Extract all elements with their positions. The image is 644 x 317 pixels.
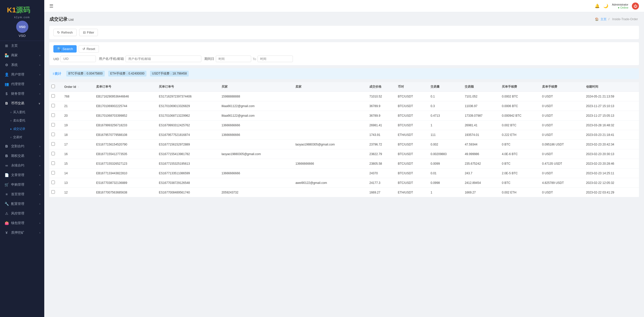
notification-bell-icon[interactable]: 🔔 xyxy=(595,4,600,8)
chevron-down-icon: ∨ xyxy=(38,102,40,105)
date-from-input[interactable] xyxy=(216,56,251,62)
sidebar-item-finance-mgmt[interactable]: $ 财务管理 › xyxy=(0,89,44,99)
row-checkbox[interactable] xyxy=(51,161,55,165)
sidebar-item-user-mgmt[interactable]: 👤 用户管理 › xyxy=(0,70,44,79)
cell-seller-fee: 0.095186 USDT xyxy=(540,140,584,149)
select-all-checkbox[interactable] xyxy=(51,85,55,88)
sidebar-item-label: 交易对 xyxy=(13,135,22,139)
sidebar-item-agent-mgmt[interactable]: 👥 代理管理 › xyxy=(0,79,44,89)
system-icon: ⚙ xyxy=(4,63,9,67)
cell-volume: 0.00209883 xyxy=(428,149,463,159)
reset-button[interactable]: ↺ Reset xyxy=(79,45,99,53)
cell-buyer: lliiaa661122@gmail.com xyxy=(220,101,293,111)
wallet-icon: 👛 xyxy=(4,221,9,225)
page-title-area: 成交记录 List xyxy=(49,16,74,22)
cell-buyer: 13666666666 xyxy=(220,130,293,140)
cell-buyer-fee: 0.222 ETH xyxy=(500,130,540,140)
cell-price: 26981.41 xyxy=(367,120,396,130)
user-input[interactable] xyxy=(125,56,201,62)
sidebar-item-futures[interactable]: B 交割合约 › xyxy=(0,141,44,151)
col-created: 创建时间 xyxy=(584,82,639,92)
sidebar-item-label: 主页 xyxy=(11,43,18,48)
chevron-right-icon: › xyxy=(39,54,40,57)
search-button[interactable]: 🔍 Search xyxy=(53,45,77,53)
sidebar-item-risk-mgmt[interactable]: ⚠ 风控管理 › xyxy=(0,209,44,218)
breadcrumb-home-link[interactable]: 主页 xyxy=(600,17,607,21)
purchase-icon: 🛒 xyxy=(4,183,9,187)
cell-sell-order: ES1677156154520790 xyxy=(94,140,157,149)
cell-seller-fee: 0 USDT xyxy=(540,149,584,159)
date-range-group: 期间日 To xyxy=(204,56,293,62)
sidebar-item-trade-pair[interactable]: 交易对 xyxy=(10,133,44,141)
col-seller: 卖家 xyxy=(293,82,367,92)
breadcrumb-separator: / xyxy=(609,17,609,21)
row-checkbox[interactable] xyxy=(51,190,55,194)
col-amount: 交易额 xyxy=(463,82,500,92)
row-checkbox[interactable] xyxy=(51,142,55,146)
date-to-input[interactable] xyxy=(257,56,293,62)
logo-ym: 源码 xyxy=(16,5,30,15)
row-checkbox[interactable] xyxy=(51,104,55,107)
sidebar-item-homepage-mgmt[interactable]: ≡ 首页管理 › xyxy=(0,189,44,199)
risk-icon: ⚠ xyxy=(4,211,9,215)
logout-button[interactable]: ⏻ xyxy=(632,3,639,10)
sidebar-item-trade-record[interactable]: 成交记录 xyxy=(10,125,44,133)
cell-pair: BTC/USDT xyxy=(396,159,428,168)
cell-seller xyxy=(293,130,367,140)
row-checkbox[interactable] xyxy=(51,171,55,175)
refresh-button[interactable]: ↻ Refresh xyxy=(53,29,77,36)
cell-volume: 0.0998 xyxy=(428,178,463,188)
filter-button[interactable]: ⊟ Filter xyxy=(79,29,98,36)
cell-volume: 111 xyxy=(428,130,463,140)
row-checkbox[interactable] xyxy=(51,181,55,184)
cell-buy-order: ES1677156152972889 xyxy=(157,140,220,149)
row-checkbox[interactable] xyxy=(51,152,55,155)
sidebar-item-perpetual[interactable]: ∞ 永续合约 › xyxy=(0,161,44,170)
cell-volume: 0.3 xyxy=(428,101,463,111)
sidebar-item-purchase-mgmt[interactable]: 🛒 申购管理 › xyxy=(0,180,44,189)
hamburger-menu-button[interactable]: ☰ xyxy=(49,3,53,9)
sidebar-item-label: 成交记录 xyxy=(13,127,25,131)
cell-volume: 1 xyxy=(428,188,463,197)
cell-buyer xyxy=(220,178,293,188)
row-checkbox[interactable] xyxy=(51,113,55,117)
cell-order-id: 14 xyxy=(62,168,94,178)
col-pair: 币对 xyxy=(396,82,428,92)
cell-pair: BTC/USDT xyxy=(396,92,428,101)
dark-mode-icon[interactable]: 🌙 xyxy=(603,4,608,8)
cell-seller xyxy=(293,101,367,111)
breadcrumb: 🏠 主页 / Inside-Trade-Order xyxy=(594,17,639,21)
table-row: 16 EB1677155412773535 ES1677155413981782… xyxy=(49,149,639,159)
uid-input[interactable] xyxy=(60,56,96,62)
cell-sell-order: EB1679993256718233 xyxy=(94,120,157,130)
row-checkbox[interactable] xyxy=(51,133,55,136)
config-icon: 🔧 xyxy=(4,202,9,206)
sidebar-item-home[interactable]: ⊞ 主页 xyxy=(0,41,44,51)
sidebar-item-content-mgmt[interactable]: 📄 文章管理 › xyxy=(0,170,44,180)
sidebar-item-config-mgmt[interactable]: 🔧 配置管理 › xyxy=(0,199,44,209)
cell-seller xyxy=(293,168,367,178)
eth-fee-tag: ETH手续费：0.42400000 xyxy=(108,71,146,77)
breadcrumb-home-icon: 🏠 xyxy=(595,17,599,21)
cell-pair: BTC/USDT xyxy=(396,101,428,111)
reset-icon: ↺ xyxy=(82,47,85,51)
sidebar-item-merchant[interactable]: 🏪 商家 › xyxy=(0,51,44,60)
sidebar-item-options[interactable]: B 期权交易 › xyxy=(0,151,44,161)
cell-created: 2023-02-23 20:28:46 xyxy=(584,159,639,168)
chevron-right-icon: › xyxy=(39,73,40,76)
sidebar-item-label: 代理管理 xyxy=(11,82,24,86)
cell-buyer-fee: 0.0002 BTC xyxy=(500,92,540,101)
sidebar-item-sell-delegate[interactable]: 卖出委托 xyxy=(10,116,44,125)
cell-amount: 235.675242 xyxy=(463,159,500,168)
finance-icon: $ xyxy=(4,92,9,96)
page-title: 成交记录 xyxy=(49,17,68,22)
sidebar-item-system[interactable]: ⚙ 系统 › xyxy=(0,60,44,70)
row-checkbox[interactable] xyxy=(51,123,55,127)
sidebar-item-buy-delegate[interactable]: 买入委托 xyxy=(10,108,44,116)
row-checkbox[interactable] xyxy=(51,94,55,98)
sidebar-item-label: 用户管理 xyxy=(11,72,24,77)
cell-pair: ETH/USDT xyxy=(396,130,428,140)
sidebar-item-coin-trade[interactable]: B 币币交易 ∨ xyxy=(0,99,44,108)
sidebar-item-mining[interactable]: ¥ 质押挖矿 › xyxy=(0,228,44,237)
sidebar-item-wallet-mgmt[interactable]: 👛 钱包管理 › xyxy=(0,218,44,228)
